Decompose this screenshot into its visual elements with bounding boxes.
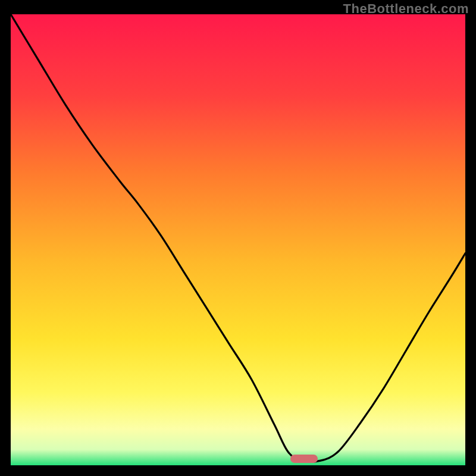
bottleneck-chart <box>11 14 465 465</box>
gradient-background <box>11 14 465 465</box>
chart-frame <box>11 14 465 465</box>
optimal-marker <box>290 455 318 463</box>
